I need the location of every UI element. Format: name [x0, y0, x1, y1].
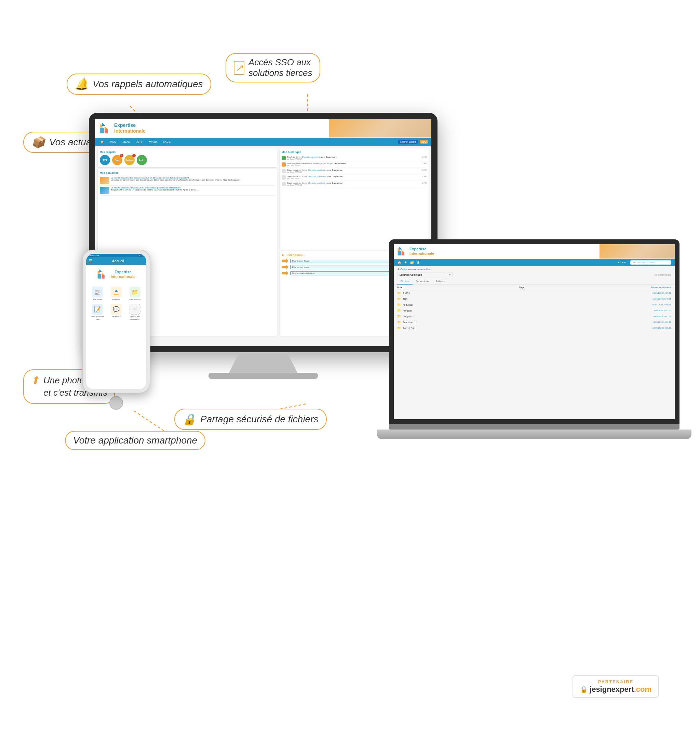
table-row[interactable]: 📁Abdul BB 01/07/2020 15:06:18 [394, 302, 675, 308]
rechercher-label: Rechercher des [654, 274, 671, 276]
svg-rect-8 [100, 128, 104, 133]
desktop-logo-icon [99, 122, 112, 135]
actu-content-1: Le rachat des périodes exonérées pour le… [111, 177, 241, 184]
fichiers-icon: 📁 [129, 287, 140, 297]
svg-marker-24 [115, 290, 118, 292]
phone-grid-actualites[interactable]: 📰 Actualités [90, 287, 106, 301]
nav-waibi[interactable]: WAIBI [147, 140, 159, 144]
rappel-paie: Paie 1 [112, 155, 122, 165]
phone-logo-text: Expertise Internationale [111, 269, 135, 280]
feature-rappels-label: Vos rappels automatiques [93, 79, 203, 90]
table-row[interactable]: 📁Avenet Eric 14/05/2020 14:03:33 [394, 325, 675, 331]
nav-badge: ADO [420, 140, 428, 144]
nav-icon-trash[interactable]: 🗑 [417, 261, 420, 264]
nav-sage[interactable]: SAGE [161, 140, 173, 144]
hist-item-4: Suppression du fichier Checklist_applis.… [282, 174, 426, 181]
phone-grid-notes[interactable]: 📝 Mes notes de frais [90, 304, 106, 321]
hist-item-2: Téléchargement du fichier Checklist_appl… [282, 161, 426, 168]
phone-grid-besoin[interactable]: 💬 J'ai besoin [108, 304, 124, 321]
status-sim: Pas de SIM [88, 255, 99, 256]
upload-icon: ⬆ [31, 374, 39, 386]
laptop-nav: 🏠 ★ 📁 🗑 + Créer Rechercher un client... [394, 259, 675, 266]
nav-jepf[interactable]: JEPF [134, 140, 145, 144]
hist-icon-edit [282, 162, 286, 166]
hamburger-icon[interactable]: ☰ [89, 259, 93, 264]
external-link-icon: ↗ [234, 61, 244, 75]
table-row[interactable]: 📁Allogatat 14/05/2020 14:03:31 [394, 308, 675, 314]
hist-item-3: Suppression du fichier Checklist_applis.… [282, 168, 426, 174]
search-field[interactable]: Rechercher un client... [630, 260, 671, 265]
laptop-logo-text: Expertise Internationale [409, 247, 434, 256]
table-row[interactable]: 📁A.MCK 14/05/2020 14:03:32 [394, 290, 675, 296]
rappel-tva: TVA [100, 155, 110, 165]
table-row[interactable]: 📁Allogatat V2 14/05/2020 14:03:08 [394, 314, 675, 319]
rappel-redevance: Reden... 3 [124, 155, 135, 165]
nav-user: Cabinet Expert [398, 140, 418, 144]
svg-marker-21 [101, 273, 104, 275]
create-button[interactable]: + Créer [615, 260, 629, 265]
nav-icon-folder[interactable]: 📁 [410, 261, 414, 264]
hist-icon-del3 [282, 182, 286, 186]
actu-img-2 [100, 187, 109, 194]
rappels-title: Mes rappels [100, 150, 275, 153]
table-row[interactable]: 📁Anaud and co 14/05/2020 14:03:08 [394, 319, 675, 325]
actualites-label: Actualités [93, 299, 102, 301]
phone-home-button[interactable] [109, 396, 123, 410]
hist-sub-4: par David RAPOSO [287, 178, 343, 180]
partner-site: jesignexpert.com [590, 685, 651, 694]
tab-permissions[interactable]: Permissions [413, 279, 432, 284]
deposer-label: Déposer [112, 299, 120, 301]
phone-grid-ajouter[interactable]: + Ajouter des raccourcis [127, 304, 143, 321]
table-header: Nom Tags Date de modification [394, 285, 675, 290]
hist-sub-5: par David RAPOSO [287, 184, 343, 186]
historique-title: Mon historique ··· [282, 150, 426, 153]
desktop-logo: Expertise Internationale [99, 122, 146, 135]
svg-line-7 [133, 410, 164, 431]
feature-sso-bubble: ↗ Accès SSO auxsolutions tierces [226, 53, 320, 82]
desktop-logo-line2: Internationale [114, 128, 146, 134]
laptop: Expertise Internationale 🏠 ★ 📁 🗑 + Créer… [389, 239, 679, 439]
hist-time-right-1: 11 AM [422, 156, 426, 158]
monitor-base [209, 373, 318, 379]
monitor-stand [229, 352, 297, 373]
besoin-arrow-2 [282, 265, 288, 269]
phone-screen: Pas de SIM 13:00 ☰ Accueil [86, 254, 146, 389]
table-row[interactable]: 📁ABC 11/06/2020 16:48:05 [394, 296, 675, 302]
hist-time-right-2: 11 AM [422, 162, 426, 165]
actu-text-2: Bonjour 'DURAND' est un salarié cadre do… [111, 189, 198, 191]
nav-home[interactable]: 🏠 [99, 140, 106, 144]
fichiers-label: Mes fichiers [129, 299, 140, 301]
hist-sub-3: par David RAPOSO [287, 171, 343, 173]
col-header-tags: Tags [519, 286, 580, 289]
nav-silae[interactable]: SILAE [120, 140, 132, 144]
nav-meg[interactable]: MEG [108, 140, 118, 144]
laptop-logo-line1: Expertise [409, 247, 434, 251]
tab-activites[interactable]: Activités [432, 279, 448, 284]
rappels-items: TVA Paie 1 Reden... 3 Autre [100, 155, 275, 165]
actualite-item-2: Le nouvel accord ARRCO / AGIRC. Un exemp… [100, 186, 275, 196]
phone-grid-deposer[interactable]: Déposer [108, 287, 124, 301]
phone-grid-fichiers[interactable]: 📁 Mes fichiers [127, 287, 143, 301]
col-header-nom: Nom [397, 286, 519, 289]
phone-nav-title: Accueil [93, 259, 144, 263]
expertise-comptable-input[interactable]: Expertise-Comptable [397, 272, 445, 277]
partner-link[interactable]: 🔒 jesignexpert.com [580, 685, 651, 694]
svg-rect-17 [401, 252, 404, 255]
bell-icon: 🔔 [75, 78, 88, 91]
nav-icon-star[interactable]: ★ [404, 261, 407, 264]
dropdown-icon[interactable]: ▼ [447, 272, 453, 277]
phone-grid: 📰 Actualités Déposer 📁 Mes fichiers [86, 284, 146, 324]
laptop-logo-line2: Internationale [409, 251, 434, 256]
laptop-tabs: Fichiers Permissions Activités [394, 279, 675, 285]
besoin-icon: 💬 [111, 304, 122, 315]
hist-time-right-5: 11 AM [422, 182, 426, 184]
notes-icon: 📝 [92, 304, 103, 315]
actu-content-2: Le nouvel accord ARRCO / AGIRC. Un exemp… [111, 187, 198, 194]
laptop-header-image [600, 244, 675, 259]
tab-fichiers[interactable]: Fichiers [397, 279, 413, 284]
partner-label: PARTENAIRE [598, 679, 634, 684]
hist-icon-add [282, 156, 286, 160]
svg-rect-18 [98, 274, 101, 278]
nav-icon-home[interactable]: 🏠 [397, 261, 401, 264]
desktop-header-image [329, 119, 431, 138]
